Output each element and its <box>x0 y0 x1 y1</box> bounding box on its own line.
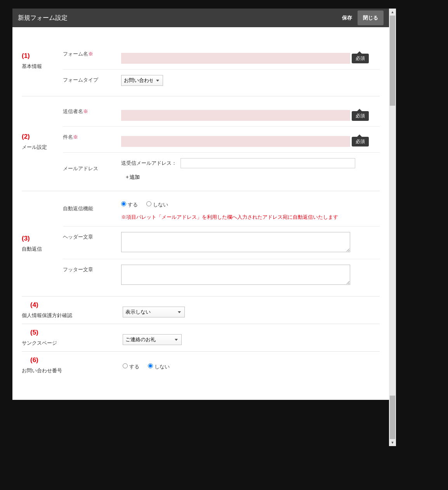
section-auto-reply: (3) 自動返信 自動返信機能 する しない ※項目パレット「メールアドレス」を… <box>22 191 380 296</box>
section-mail-settings: (2) メール設定 送信者名※ 必須 <box>22 96 380 191</box>
select-wrap: お問い合わせ <box>121 75 163 86</box>
form-name-input[interactable] <box>121 53 350 64</box>
section-label: (4) 個人情報保護方針確認 <box>22 301 123 319</box>
field-control: お問い合わせ <box>121 75 380 86</box>
label-text: 件名 <box>63 134 73 140</box>
mail-address-input[interactable] <box>181 158 355 168</box>
label-text: 送信者名 <box>63 108 83 114</box>
section-fields: フォーム名※ 必須 フォームタイプ お問い合わせ <box>63 44 380 91</box>
field-label: 件名※ <box>63 132 121 141</box>
section-label: (6) お問い合わせ番号 <box>22 356 123 374</box>
section-number: (3) <box>22 235 63 242</box>
section-fields: ご連絡のお礼 <box>123 329 380 347</box>
field-mail-address: メールアドレス 送受信メールアドレス： +追加 <box>63 152 380 186</box>
section-number: (6) <box>22 356 123 364</box>
scrollbar[interactable]: ▲ ▼ <box>389 9 396 446</box>
modal-body: (1) 基本情報 フォーム名※ 必須 フォームタイプ <box>12 27 389 400</box>
send-receive-label: 送受信メールアドレス： <box>121 160 179 166</box>
auto-reply-note: ※項目パレット「メールアドレス」を利用した欄へ入力されたアドレス宛に自動返信いた… <box>121 214 380 221</box>
field-label: 自動返信機能 <box>63 201 121 212</box>
save-button[interactable]: 保存 <box>337 10 358 25</box>
field-label: フォーム名※ <box>63 49 121 58</box>
section-fields: する しない <box>123 356 380 374</box>
required-mark: ※ <box>73 134 78 140</box>
radio-yes-text: する <box>128 202 138 208</box>
header-text-textarea[interactable] <box>121 232 350 252</box>
radio-no-label[interactable]: しない <box>146 202 168 208</box>
field-control: 必須 <box>121 106 380 121</box>
plus-icon: + <box>126 174 129 180</box>
section-thanks-page: (5) サンクスページ ご連絡のお礼 <box>22 324 380 352</box>
section-number: (5) <box>22 329 123 337</box>
radio-no-label[interactable]: しない <box>148 364 170 370</box>
section-fields: 表示しない <box>123 301 380 319</box>
section-label: (2) メール設定 <box>22 101 63 186</box>
section-label: (1) 基本情報 <box>22 44 63 91</box>
section-number: (2) <box>22 133 63 141</box>
modal-header: 新規フォーム設定 保存 閉じる <box>12 9 389 27</box>
field-label: フッター文章 <box>63 265 121 273</box>
add-label: 追加 <box>130 174 140 180</box>
radio-yes-label[interactable]: する <box>121 202 138 208</box>
radio-no-text: しない <box>155 364 170 370</box>
required-badge: 必須 <box>352 137 369 146</box>
scroll-thumb[interactable] <box>390 396 395 439</box>
section-title: メール設定 <box>22 144 47 150</box>
section-number: (1) <box>22 52 63 60</box>
form-type-select[interactable]: お問い合わせ <box>121 75 163 86</box>
modal-backdrop: 新規フォーム設定 保存 閉じる (1) 基本情報 フォーム名※ <box>0 0 448 490</box>
field-subject: 件名※ 必須 <box>63 126 380 152</box>
section-title: サンクスページ <box>22 340 57 346</box>
field-control: 送受信メールアドレス： +追加 <box>121 158 380 181</box>
label-text: フォーム名 <box>63 51 88 57</box>
section-fields: 送信者名※ 必須 件名※ 必須 <box>63 101 380 186</box>
field-control: する しない ※項目パレット「メールアドレス」を利用した欄へ入力されたアドレス宛… <box>121 201 380 221</box>
scroll-down-icon[interactable]: ▼ <box>389 439 396 446</box>
auto-reply-yes-radio[interactable] <box>121 201 126 206</box>
field-form-type: フォームタイプ お問い合わせ <box>63 69 380 91</box>
section-title: お問い合わせ番号 <box>22 368 62 373</box>
required-mark: ※ <box>88 51 93 57</box>
subject-input[interactable] <box>121 136 350 147</box>
field-label: 送信者名※ <box>63 106 121 115</box>
sender-name-input[interactable] <box>121 110 350 121</box>
select-wrap: ご連絡のお礼 <box>123 334 182 345</box>
field-header-text: ヘッダー文章 <box>63 226 380 259</box>
radio-no-text: しない <box>153 202 168 208</box>
add-address-button[interactable]: +追加 <box>126 174 140 181</box>
field-label: ヘッダー文章 <box>63 232 121 241</box>
field-control: 必須 <box>121 132 380 147</box>
scroll-thumb[interactable] <box>390 16 395 106</box>
scroll-up-icon[interactable]: ▲ <box>389 9 396 16</box>
section-label: (5) サンクスページ <box>22 329 123 347</box>
required-badge: 必須 <box>352 54 369 63</box>
modal-title: 新規フォーム設定 <box>18 14 337 22</box>
field-sender-name: 送信者名※ 必須 <box>63 101 380 127</box>
section-inquiry-number: (6) お問い合わせ番号 する しない <box>22 352 380 379</box>
section-fields: 自動返信機能 する しない ※項目パレット「メールアドレス」を利用した欄へ入力さ… <box>63 196 380 291</box>
privacy-select[interactable]: 表示しない <box>123 307 185 317</box>
select-wrap: 表示しない <box>123 307 185 317</box>
radio-yes-label[interactable]: する <box>123 364 139 370</box>
section-title: 自動返信 <box>22 246 42 252</box>
field-control <box>121 232 380 253</box>
field-label: フォームタイプ <box>63 75 121 84</box>
form-settings-modal: 新規フォーム設定 保存 閉じる (1) 基本情報 フォーム名※ <box>12 9 389 400</box>
footer-text-textarea[interactable] <box>121 265 350 285</box>
field-label: メールアドレス <box>63 158 121 172</box>
required-mark: ※ <box>83 108 88 114</box>
close-button[interactable]: 閉じる <box>358 10 384 25</box>
section-title: 個人情報保護方針確認 <box>22 312 72 318</box>
field-control <box>121 265 380 286</box>
inquiry-yes-radio[interactable] <box>123 363 128 368</box>
auto-reply-radio-group: する しない <box>121 201 380 208</box>
field-control: 必須 <box>121 49 380 64</box>
inquiry-radio-group: する しない <box>123 363 380 370</box>
inquiry-no-radio[interactable] <box>148 363 153 368</box>
section-basic-info: (1) 基本情報 フォーム名※ 必須 フォームタイプ <box>22 39 380 96</box>
field-form-name: フォーム名※ 必須 <box>63 44 380 69</box>
auto-reply-no-radio[interactable] <box>146 201 151 206</box>
thanks-select[interactable]: ご連絡のお礼 <box>123 334 182 345</box>
section-number: (4) <box>22 301 123 309</box>
field-auto-reply-func: 自動返信機能 する しない ※項目パレット「メールアドレス」を利用した欄へ入力さ… <box>63 196 380 226</box>
